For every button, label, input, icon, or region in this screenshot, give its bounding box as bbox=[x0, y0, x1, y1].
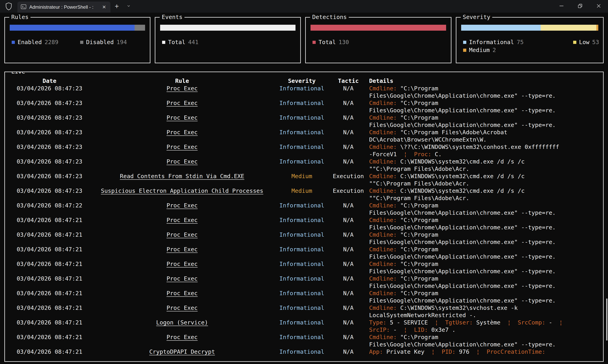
summary-panel: Detections Total130 bbox=[305, 17, 451, 63]
event-row[interactable]: 03/04/2026 08:47:23 Proc Exec Informatio… bbox=[5, 143, 603, 158]
cell-tactic: N/A bbox=[327, 114, 369, 121]
detail-field-value: "C:\Program bbox=[397, 100, 438, 106]
rule-link[interactable]: Proc Exec bbox=[166, 158, 198, 165]
new-tab-button[interactable]: + bbox=[110, 0, 123, 13]
cell-rule: Proc Exec bbox=[88, 114, 276, 121]
rule-link[interactable]: Proc Exec bbox=[166, 275, 198, 282]
cell-tactic: N/A bbox=[327, 99, 369, 107]
event-row[interactable]: 03/04/2026 08:47:21 Proc Exec Informatio… bbox=[5, 246, 603, 260]
restore-button[interactable] bbox=[571, 0, 589, 13]
minimize-button[interactable] bbox=[552, 0, 571, 13]
bar-segment bbox=[10, 25, 135, 31]
detail-field-value: Files\Google\Chrome\Application\chrome.e… bbox=[369, 92, 556, 99]
cell-rule: Proc Exec bbox=[88, 202, 276, 209]
detail-line: Cmdline: C:\WINDOWS\system32\cmd.exe /d … bbox=[369, 173, 571, 180]
event-row[interactable]: 03/04/2026 08:47:21 Proc Exec Informatio… bbox=[5, 334, 603, 348]
detail-field-label: Cmdline: bbox=[369, 202, 397, 209]
rule-link[interactable]: Proc Exec bbox=[166, 304, 198, 311]
cell-severity: Informational bbox=[276, 334, 327, 341]
panel-legend: Informational75Low53Medium2 bbox=[463, 39, 599, 54]
rule-link[interactable]: Proc Exec bbox=[166, 202, 198, 209]
cell-date: 03/04/2026 08:47:21 bbox=[11, 304, 88, 312]
legend-label: Informational bbox=[469, 39, 514, 46]
cell-details: Cmdline: "C:\ProgramFiles\Google\Chrome\… bbox=[369, 290, 571, 304]
rule-link[interactable]: Proc Exec bbox=[166, 100, 198, 106]
detail-line: Files\Google\Chrome\Application\chrome.e… bbox=[369, 107, 571, 114]
cell-tactic: N/A bbox=[327, 246, 369, 253]
legend-item: Medium2 bbox=[463, 46, 551, 54]
rule-link[interactable]: CryptoDPAPI Decrypt bbox=[149, 348, 215, 355]
event-row[interactable]: 03/04/2026 08:47:23 Proc Exec Informatio… bbox=[5, 99, 603, 114]
detail-field-label: TgtUser: bbox=[445, 319, 473, 326]
rule-link[interactable]: Proc Exec bbox=[166, 231, 198, 238]
rule-link[interactable]: Proc Exec bbox=[166, 290, 198, 297]
tab-dropdown-button[interactable] bbox=[123, 0, 134, 13]
cell-rule: Proc Exec bbox=[88, 290, 276, 297]
event-row[interactable]: 03/04/2026 08:47:23 Proc Exec Informatio… bbox=[5, 85, 603, 99]
event-row[interactable]: 03/04/2026 08:47:21 Proc Exec Informatio… bbox=[5, 217, 603, 231]
bar-segment bbox=[135, 25, 145, 31]
window-titlebar: Administrateur : PowerShell - : ✕ + bbox=[0, 0, 608, 13]
event-row[interactable]: 03/04/2026 08:47:23 Proc Exec Informatio… bbox=[5, 129, 603, 143]
event-row[interactable]: 03/04/2026 08:47:23 Proc Exec Informatio… bbox=[5, 158, 603, 173]
event-row[interactable]: 03/04/2026 08:47:23 Suspicious Electron … bbox=[5, 187, 603, 202]
cell-date: 03/04/2026 08:47:21 bbox=[11, 290, 88, 297]
cell-severity: Medium bbox=[276, 187, 327, 195]
detail-field-label: SrcIP: bbox=[369, 326, 390, 333]
cell-date: 03/04/2026 08:47:23 bbox=[11, 114, 88, 121]
panel-title: Detections bbox=[310, 13, 349, 21]
detail-line: DC\Acrobat\Browser\WCChromeExtn\W. bbox=[369, 136, 571, 143]
cell-details: Cmdline: "C:\ProgramFiles\Google\Chrome\… bbox=[369, 202, 571, 217]
rule-link[interactable]: Proc Exec bbox=[166, 129, 198, 136]
cell-details: Cmdline: "C:\ProgramFiles\Google\Chrome\… bbox=[369, 334, 571, 348]
event-row[interactable]: 03/04/2026 08:47:21 CryptoDPAPI Decrypt … bbox=[5, 348, 603, 362]
detail-field-label: Cmdline: bbox=[369, 217, 397, 223]
rule-link[interactable]: Proc Exec bbox=[166, 114, 198, 121]
event-row[interactable]: 03/04/2026 08:47:21 Logon (Service) Info… bbox=[5, 319, 603, 334]
event-row[interactable]: 03/04/2026 08:47:21 Proc Exec Informatio… bbox=[5, 231, 603, 246]
cell-date: 03/04/2026 08:47:21 bbox=[11, 231, 88, 238]
cell-details: Cmdline: "C:\Program Files\Adobe\Acrobat… bbox=[369, 129, 571, 143]
cell-rule: Proc Exec bbox=[88, 231, 276, 238]
detail-line: Files\Google\Chrome\Application\chrome.e… bbox=[369, 209, 571, 217]
detail-field-label: Cmdline: bbox=[369, 304, 397, 311]
event-row[interactable]: 03/04/2026 08:47:23 Read Contents From S… bbox=[5, 173, 603, 187]
event-row[interactable]: 03/04/2026 08:47:23 Proc Exec Informatio… bbox=[5, 114, 603, 129]
terminal-tab[interactable]: Administrateur : PowerShell - : ✕ bbox=[17, 1, 110, 13]
console-icon bbox=[21, 4, 27, 11]
legend-swatch-icon bbox=[162, 41, 165, 44]
detail-field-label: Cmdline: bbox=[369, 246, 397, 253]
rule-link[interactable]: Read Contents From Stdin Via Cmd.EXE bbox=[120, 173, 244, 180]
detail-field-value: Files\Google\Chrome\Application\chrome.e… bbox=[369, 224, 556, 231]
detail-line: Cmdline: "C:\Program bbox=[369, 217, 571, 224]
detail-field-value: Private Key bbox=[383, 348, 431, 355]
detail-field-value bbox=[407, 151, 414, 157]
event-row[interactable]: 03/04/2026 08:47:21 Proc Exec Informatio… bbox=[5, 260, 603, 275]
event-row[interactable]: 03/04/2026 08:47:21 Proc Exec Informatio… bbox=[5, 275, 603, 290]
legend-swatch-icon bbox=[463, 49, 466, 52]
cell-date: 03/04/2026 08:47:21 bbox=[11, 246, 88, 253]
detail-field-label: Cmdline: bbox=[369, 187, 397, 194]
cell-severity: Informational bbox=[276, 99, 327, 107]
terminal-scrollbar-thumb[interactable] bbox=[606, 299, 608, 340]
rule-link[interactable]: Proc Exec bbox=[166, 85, 198, 92]
detail-field-label: ¦ bbox=[476, 348, 480, 355]
close-button[interactable] bbox=[589, 0, 608, 13]
tab-close-icon[interactable]: ✕ bbox=[101, 4, 107, 10]
rule-link[interactable]: Suspicious Electron Application Child Pr… bbox=[101, 187, 263, 194]
rule-link[interactable]: Proc Exec bbox=[166, 217, 198, 223]
detail-field-value bbox=[511, 319, 518, 326]
live-panel: Live Date Rule Severity Tactic Details 0… bbox=[4, 72, 604, 362]
detail-field-value: "C:\Program bbox=[397, 202, 438, 209]
rule-link[interactable]: Proc Exec bbox=[166, 143, 198, 150]
rule-link[interactable]: Proc Exec bbox=[166, 334, 198, 340]
event-row[interactable]: 03/04/2026 08:47:22 Proc Exec Informatio… bbox=[5, 202, 603, 217]
event-row[interactable]: 03/04/2026 08:47:21 Proc Exec Informatio… bbox=[5, 304, 603, 319]
rule-link[interactable]: Logon (Service) bbox=[156, 319, 208, 326]
event-row[interactable]: 03/04/2026 08:47:21 Proc Exec Informatio… bbox=[5, 290, 603, 304]
cell-tactic: N/A bbox=[327, 275, 369, 282]
terminal-viewport[interactable]: Rules Enabled2289Disabled194 Events Tota… bbox=[0, 13, 608, 362]
rule-link[interactable]: Proc Exec bbox=[166, 246, 198, 253]
cell-rule: Proc Exec bbox=[88, 260, 276, 268]
rule-link[interactable]: Proc Exec bbox=[166, 260, 198, 267]
